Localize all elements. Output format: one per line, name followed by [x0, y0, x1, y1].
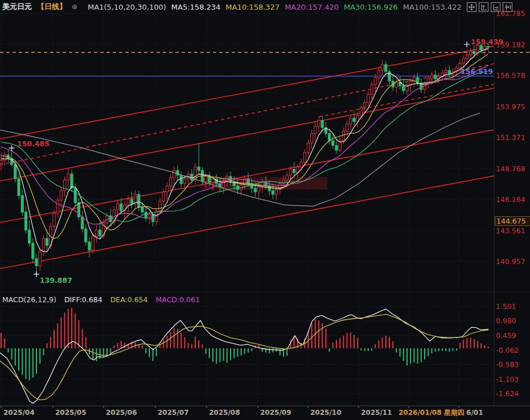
macd-dea-line	[0, 314, 488, 400]
chart-canvas[interactable]	[0, 0, 530, 420]
macd-macd-value: MACD:0.061	[156, 295, 200, 304]
price-axis-label: 161.785	[496, 9, 525, 18]
ma100-value: MA100:153.422	[403, 3, 462, 11]
time-axis-label: 2025/10	[310, 409, 341, 417]
time-axis-label: 2025/08	[209, 409, 240, 417]
recent-high-label: 159.439	[471, 38, 503, 46]
price-axis-label: 140.957	[496, 257, 525, 266]
ma10-value: MA10:158.327	[225, 3, 280, 11]
time-axis-label: 2025/05	[55, 409, 86, 417]
symbol-name: 美元日元	[2, 2, 32, 12]
macd-axis-label: 1.501	[496, 302, 516, 311]
macd-axis-label: -1.624	[496, 389, 519, 398]
price-axis-label: 143.561	[496, 227, 525, 235]
swing-high-label: 150.485	[17, 140, 50, 148]
macd-axis-label: -0.583	[496, 360, 519, 369]
macd-axis-label: 0.980	[496, 316, 516, 325]
ma-settings-label[interactable]: MA1(5,10,20,30,100)	[88, 3, 166, 11]
swing-low-label: 139.887	[40, 277, 72, 285]
macd-axis-label: -1.103	[496, 375, 519, 384]
macd-header: MACD(26,12,9) DIFF:0.684 DEA:0.654 MACD:…	[2, 295, 200, 304]
time-axis-label: 2025/07	[158, 409, 188, 417]
price-axis-label: 151.371	[496, 133, 525, 142]
time-axis-label: 2025/06	[106, 409, 137, 417]
swing-markers	[9, 42, 470, 277]
hover-date-label: 2026/01/08 星期四	[398, 409, 466, 417]
trend-channel-lines[interactable]	[0, 46, 494, 269]
macd-diff-line	[0, 309, 488, 403]
y-axis-zoom-icon[interactable]	[479, 2, 488, 12]
chart-window: 美元日元【日线】 ⊕ MA1(5,10,20,30,100) MA5:158.2…	[0, 0, 530, 420]
macd-diff-value: DIFF:0.684	[64, 295, 102, 304]
chart-header: 美元日元【日线】 ⊕ MA1(5,10,20,30,100) MA5:158.2…	[0, 1, 530, 13]
expand-icon[interactable]: ⊕	[72, 3, 77, 11]
macd-dea-value: DEA:0.654	[110, 295, 148, 304]
ma5-value: MA5:158.234	[171, 3, 221, 11]
price-axis-label: 146.164	[496, 195, 525, 204]
time-axis-label: 2025/04	[3, 409, 34, 417]
ma30-value: MA30:156.926	[344, 3, 398, 11]
price-axis-label: 156.578	[496, 71, 525, 80]
macd-axis-label: 0.459	[496, 331, 516, 340]
time-axis-label: 2025/11	[361, 409, 392, 417]
alert-price-label[interactable]: 144.675	[495, 216, 530, 226]
period-label[interactable]: 【日线】	[37, 2, 67, 12]
price-axis-label: 153.975	[496, 102, 525, 111]
macd-axis-label: -0.062	[496, 346, 519, 355]
ma20-value: MA20:157.420	[285, 3, 339, 11]
price-axis-label: 148.768	[496, 164, 525, 173]
time-axis-label: 2025/09	[260, 409, 291, 417]
macd-histogram	[1, 308, 488, 381]
macd-title[interactable]: MACD(26,12,9)	[2, 295, 56, 304]
blue-line-price-label: 156.519	[450, 68, 493, 76]
pan-icon[interactable]	[467, 2, 476, 12]
